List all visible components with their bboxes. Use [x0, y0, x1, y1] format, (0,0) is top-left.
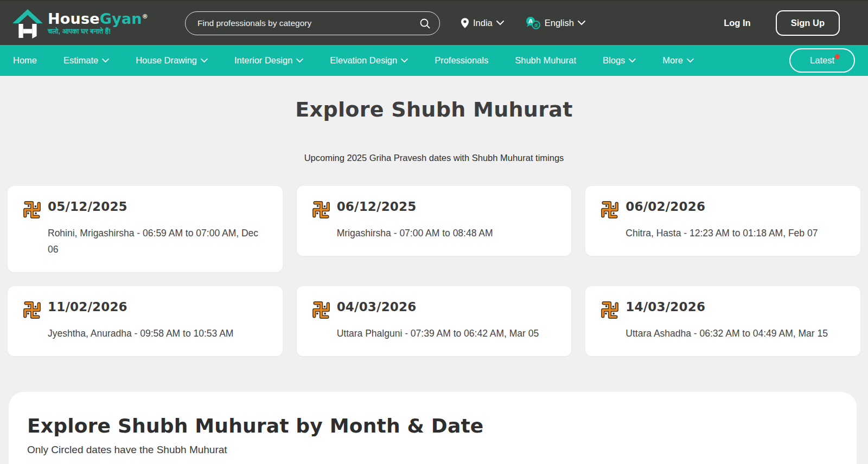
swastika-icon	[601, 199, 626, 219]
chevron-down-icon	[629, 59, 636, 63]
nav-item-interior-design[interactable]: Interior Design	[234, 55, 303, 66]
swastika-icon	[23, 300, 48, 319]
nav-item-shubh-muhurat[interactable]: Shubh Muhurat	[515, 55, 576, 66]
month-section-subtitle: Only Circled dates have the Shubh Muhura…	[27, 444, 838, 456]
swastika-icon	[601, 300, 626, 319]
notification-dot	[835, 54, 840, 59]
nav-label: Elevation Design	[330, 55, 397, 66]
muhurat-date: 05/12/2025	[48, 199, 267, 219]
muhurat-date: 11/02/2026	[48, 300, 267, 319]
signup-button[interactable]: Sign Up	[776, 10, 840, 36]
housegyan-logo[interactable]: HouseGyan® चलो, आपका घर बनाते हैं!	[12, 8, 148, 39]
logo-text: HouseGyan® चलो, आपका घर बनाते हैं!	[48, 11, 148, 35]
nav-label: House Drawing	[136, 55, 197, 66]
location-label: India	[473, 18, 493, 28]
login-button[interactable]: Log In	[724, 18, 750, 28]
muhurat-details: Uttara Ashadha - 06:32 AM to 04:49 AM, M…	[626, 325, 845, 341]
location-selector[interactable]: India	[461, 17, 504, 29]
nav-label: More	[662, 55, 683, 66]
nav-label: Interior Design	[234, 55, 292, 66]
top-header: HouseGyan® चलो, आपका घर बनाते हैं! India	[0, 0, 868, 45]
muhurat-card: 06/02/2026 Chitra, Hasta - 12:23 AM to 0…	[585, 186, 860, 256]
swastika-icon	[312, 199, 337, 219]
muhurat-details: Mrigashirsha - 07:00 AM to 08:48 AM	[337, 225, 557, 241]
house-logo-icon	[12, 8, 43, 39]
muhurat-date: 06/02/2026	[626, 199, 845, 219]
nav-item-professionals[interactable]: Professionals	[435, 55, 488, 66]
month-date-section: Explore Shubh Muhurat by Month & Date On…	[9, 392, 857, 464]
latest-button[interactable]: Latest	[789, 48, 855, 73]
muhurat-card-grid: 05/12/2025 Rohini, Mrigashirsha - 06:59 …	[8, 186, 860, 356]
nav-label: Shubh Muhurat	[515, 55, 576, 66]
latest-label: Latest	[810, 55, 834, 65]
muhurat-card: 04/03/2026 Uttara Phalguni - 07:39 AM to…	[297, 286, 572, 356]
muhurat-details: Rohini, Mrigashirsha - 06:59 AM to 07:00…	[48, 225, 267, 257]
nav-item-house-drawing[interactable]: House Drawing	[136, 55, 208, 66]
location-pin-icon	[461, 17, 469, 29]
muhurat-card: 14/03/2026 Uttara Ashadha - 06:32 AM to …	[585, 286, 860, 356]
chevron-down-icon	[102, 59, 109, 63]
language-selector[interactable]: A अ English	[525, 16, 585, 30]
muhurat-card: 05/12/2025 Rohini, Mrigashirsha - 06:59 …	[8, 186, 283, 272]
logo-tagline: चलो, आपका घर बनाते हैं!	[48, 28, 148, 35]
svg-text:अ: अ	[534, 23, 538, 28]
muhurat-date: 06/12/2025	[337, 199, 557, 219]
swastika-icon	[23, 199, 48, 219]
chevron-down-icon	[578, 21, 585, 25]
nav-label: Professionals	[435, 55, 488, 66]
nav-label: Home	[13, 55, 37, 66]
logo-part1: House	[48, 10, 100, 27]
month-section-title: Explore Shubh Muhurat by Month & Date	[27, 415, 838, 437]
muhurat-date: 14/03/2026	[626, 300, 845, 319]
muhurat-details: Uttara Phalguni - 07:39 AM to 06:42 AM, …	[337, 325, 557, 341]
nav-item-home[interactable]: Home	[13, 55, 37, 66]
search-icon[interactable]	[419, 17, 431, 29]
search-bar[interactable]	[185, 11, 440, 35]
muhurat-card: 11/02/2026 Jyeshtha, Anuradha - 09:58 AM…	[8, 286, 283, 356]
chevron-down-icon	[296, 59, 303, 63]
nav-item-elevation-design[interactable]: Elevation Design	[330, 55, 408, 66]
muhurat-details: Jyeshtha, Anuradha - 09:58 AM to 10:53 A…	[48, 325, 267, 341]
chevron-down-icon	[201, 59, 208, 63]
nav-item-estimate[interactable]: Estimate	[63, 55, 109, 66]
nav-label: Estimate	[63, 55, 98, 66]
swastika-icon	[312, 300, 337, 319]
main-navigation: Home Estimate House Drawing Interior Des…	[0, 45, 868, 76]
chevron-down-icon	[687, 59, 694, 63]
muhurat-date: 04/03/2026	[337, 300, 557, 319]
logo-part2: Gyan	[100, 10, 142, 27]
nav-item-blogs[interactable]: Blogs	[603, 55, 636, 66]
page-subtitle: Upcoming 2025 Griha Pravesh dates with S…	[0, 153, 868, 163]
search-input[interactable]	[197, 18, 419, 28]
chevron-down-icon	[401, 59, 408, 63]
language-translate-icon: A अ	[525, 16, 541, 30]
language-label: English	[545, 18, 574, 28]
chevron-down-icon	[496, 21, 504, 25]
muhurat-card: 06/12/2025 Mrigashirsha - 07:00 AM to 08…	[297, 186, 572, 256]
registered-mark: ®	[142, 13, 148, 20]
page-title: Explore Shubh Muhurat	[0, 98, 868, 121]
nav-item-more[interactable]: More	[662, 55, 694, 66]
nav-label: Blogs	[603, 55, 625, 66]
muhurat-details: Chitra, Hasta - 12:23 AM to 01:18 AM, Fe…	[626, 225, 845, 241]
